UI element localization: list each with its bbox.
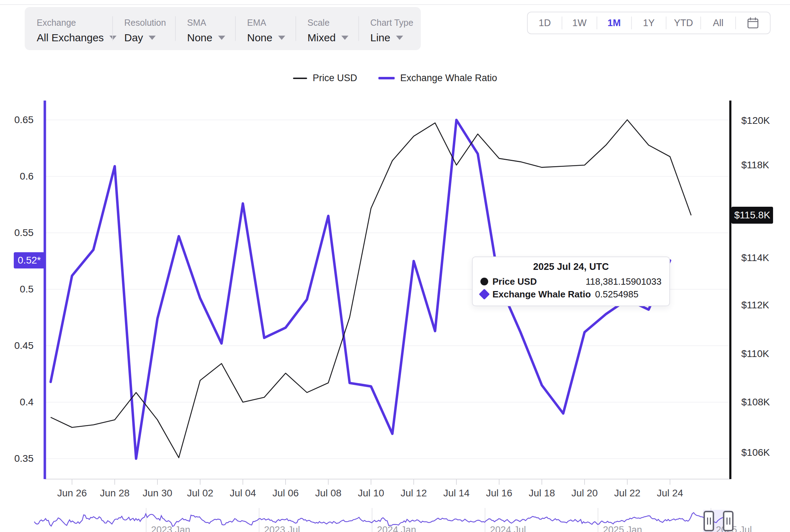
x-axis-tick: Jul 20 — [571, 488, 598, 499]
x-axis-tick: Jul 24 — [657, 488, 683, 499]
right-axis-live-badge: $115.8K — [731, 207, 773, 224]
x-axis-tick: Jul 14 — [443, 488, 470, 499]
x-axis-tick: Jul 18 — [529, 488, 555, 499]
x-axis-tick: Jul 08 — [315, 488, 342, 499]
chart-tooltip: 2025 Jul 24, UTC Price USD 118,381.15901… — [472, 256, 670, 306]
x-axis-tick: Jul 16 — [486, 488, 513, 499]
x-axis-tick: Jul 04 — [230, 488, 256, 499]
navigator-date-label: 2024 Jul — [490, 525, 526, 532]
left-axis-tick: 0.6 — [0, 171, 34, 182]
left-axis-tick: 0.5 — [0, 284, 34, 295]
navigator-date-label: 2024 Jan — [377, 525, 416, 532]
navigator-handle-left[interactable] — [704, 511, 714, 531]
main-chart[interactable] — [0, 0, 790, 532]
black-circle-icon — [480, 278, 492, 285]
navigator-handle-right[interactable] — [723, 511, 734, 531]
purple-diamond-icon — [480, 290, 492, 298]
tooltip-row-whale-ratio: Exchange Whale Ratio 0.5254985 — [480, 288, 662, 301]
x-axis-tick: Jul 22 — [614, 488, 641, 499]
x-axis-tick: Jul 02 — [187, 488, 214, 499]
x-axis-tick: Jun 28 — [100, 488, 130, 499]
right-axis-tick: $106K — [741, 447, 770, 458]
right-axis-tick: $118K — [741, 159, 769, 171]
right-axis-tick: $114K — [741, 252, 769, 264]
navigator-date-label: 2023 Jan — [151, 525, 190, 532]
navigator-date-label: 2025 Jul — [716, 525, 752, 532]
left-axis-tick: 0.55 — [0, 227, 34, 238]
tooltip-price-value: 118,381.15901033 — [586, 275, 662, 288]
tooltip-price-label: Price USD — [492, 275, 537, 288]
tooltip-row-price: Price USD 118,381.15901033 — [480, 275, 662, 288]
right-axis-tick: $108K — [741, 397, 770, 408]
tooltip-date-title: 2025 Jul 24, UTC — [480, 261, 662, 272]
left-axis-tick: 0.35 — [0, 453, 34, 464]
left-axis-tick: 0.65 — [0, 114, 34, 126]
tooltip-ratio-label: Exchange Whale Ratio — [492, 288, 591, 301]
x-axis-tick: Jul 10 — [358, 488, 384, 499]
right-axis-tick: $120K — [741, 115, 770, 126]
left-axis-tick: 0.4 — [0, 397, 34, 408]
navigator-date-label: 2025 Jan — [603, 525, 642, 532]
right-axis-tick: $112K — [741, 300, 769, 311]
navigator-date-label: 2023 Jul — [264, 525, 300, 532]
x-axis-tick: Jul 12 — [401, 488, 427, 499]
x-axis-tick: Jun 26 — [57, 488, 87, 499]
left-axis-live-badge: 0.52* — [14, 252, 45, 268]
left-axis-tick: 0.45 — [0, 340, 34, 351]
x-axis-tick: Jun 30 — [143, 488, 172, 499]
right-axis-tick: $110K — [741, 348, 769, 359]
tooltip-ratio-value: 0.5254985 — [595, 288, 639, 301]
x-axis-tick: Jul 06 — [273, 488, 299, 499]
